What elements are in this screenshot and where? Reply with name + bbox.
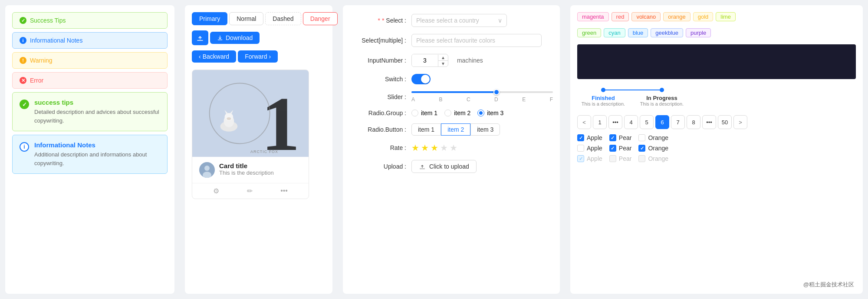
radio-item-3[interactable]: item 3 bbox=[477, 110, 503, 116]
settings-icon[interactable]: ⚙ bbox=[213, 187, 219, 195]
checkbox-box-pear-1: ✓ bbox=[609, 134, 616, 141]
checkbox-orange-2[interactable]: ✓ Orange bbox=[638, 145, 668, 152]
footer: @稻土掘金技术社区 bbox=[803, 281, 854, 289]
forward-label: Forward bbox=[245, 53, 267, 60]
select-multiple-label: Select[multiple] : bbox=[350, 37, 406, 44]
download-label: Download bbox=[226, 34, 253, 41]
page-ellipsis-2[interactable]: ••• bbox=[702, 115, 716, 129]
step-dot-finished bbox=[601, 88, 605, 92]
checkbox-box-apple-2 bbox=[577, 145, 584, 152]
slider-thumb[interactable] bbox=[493, 89, 500, 95]
forward-button[interactable]: Forward › bbox=[238, 50, 278, 63]
checkbox-row-2: Apple ✓ Pear ✓ Orange bbox=[577, 145, 856, 152]
alert-info-simple: i Informational Notes bbox=[12, 32, 168, 49]
rate-stars[interactable]: ★ ★ ★ ★ ★ bbox=[411, 143, 457, 153]
danger-button[interactable]: Danger bbox=[303, 12, 338, 25]
input-number[interactable]: 3 ▲ ▼ bbox=[411, 54, 448, 67]
page-4[interactable]: 4 bbox=[624, 115, 638, 129]
step-active-title: In Progress bbox=[640, 95, 684, 101]
checkbox-pear-1[interactable]: ✓ Pear bbox=[609, 134, 632, 141]
step-finished-title: Finished bbox=[582, 95, 625, 101]
alert-info-desc: Additional description and informations … bbox=[34, 150, 160, 167]
star-5[interactable]: ★ bbox=[450, 143, 457, 153]
edit-icon[interactable]: ✏ bbox=[247, 187, 253, 195]
tag-orange[interactable]: orange bbox=[663, 12, 690, 21]
step-active-desc: This is a description. bbox=[640, 101, 684, 106]
machines-label: machines bbox=[457, 57, 483, 64]
checkbox-box-orange-3 bbox=[638, 155, 645, 162]
dashed-button[interactable]: Dashed bbox=[265, 12, 301, 25]
checkbox-apple-2[interactable]: Apple bbox=[577, 145, 602, 152]
page-6[interactable]: 6 bbox=[655, 115, 669, 129]
check-mark-disabled: ✓ bbox=[579, 156, 583, 162]
tag-green[interactable]: green bbox=[577, 28, 601, 37]
star-3[interactable]: ★ bbox=[431, 143, 438, 153]
tag-purple[interactable]: purple bbox=[686, 28, 711, 37]
check-mark: ✓ bbox=[579, 135, 583, 141]
number-input[interactable]: 3 bbox=[412, 54, 438, 66]
chevron-down-icon: ∨ bbox=[498, 17, 502, 24]
checkbox-orange-1[interactable]: Orange bbox=[638, 134, 668, 141]
number-up[interactable]: ▲ bbox=[438, 55, 448, 60]
star-1[interactable]: ★ bbox=[411, 143, 419, 153]
radio-btn-2[interactable]: item 2 bbox=[441, 123, 470, 136]
card-avatar bbox=[199, 162, 215, 178]
page-50[interactable]: 50 bbox=[718, 115, 732, 129]
step-active-info: In Progress This is a description. bbox=[640, 95, 684, 106]
icon-button-row: Download bbox=[192, 30, 326, 45]
slider-track[interactable] bbox=[411, 91, 553, 93]
page-ellipsis-1[interactable]: ••• bbox=[608, 115, 622, 129]
switch-toggle[interactable] bbox=[411, 74, 431, 84]
input-number-label: InputNumber : bbox=[350, 57, 406, 64]
page-5[interactable]: 5 bbox=[640, 115, 654, 129]
tag-cyan[interactable]: cyan bbox=[604, 28, 625, 37]
select-country[interactable]: Please select a country ∨ bbox=[411, 14, 507, 27]
tag-lime[interactable]: lime bbox=[716, 12, 736, 21]
upload-label: Upload : bbox=[350, 163, 406, 170]
upload-row: Upload : Click to upload bbox=[350, 160, 553, 173]
alert-success-title: success tips bbox=[34, 99, 160, 106]
dark-area bbox=[577, 44, 856, 79]
radio-item-1[interactable]: item 1 bbox=[411, 110, 437, 116]
radio-btn-1[interactable]: item 1 bbox=[411, 123, 441, 136]
radio-item-2[interactable]: item 2 bbox=[444, 110, 470, 116]
page-1[interactable]: 1 bbox=[593, 115, 607, 129]
download-button[interactable]: Download bbox=[210, 32, 260, 44]
tag-volcano[interactable]: volcano bbox=[631, 12, 661, 21]
card-actions: ⚙ ✏ ••• bbox=[192, 183, 309, 199]
alert-success-label: Success Tips bbox=[30, 17, 66, 24]
tag-gold[interactable]: gold bbox=[693, 12, 713, 21]
upload-button[interactable]: Click to upload bbox=[411, 160, 477, 173]
page-8[interactable]: 8 bbox=[687, 115, 700, 129]
normal-button[interactable]: Normal bbox=[229, 12, 263, 25]
switch-thumb bbox=[421, 75, 430, 83]
step-finished-desc: This is a description. bbox=[582, 101, 625, 106]
page-next[interactable]: > bbox=[733, 115, 747, 129]
star-2[interactable]: ★ bbox=[421, 143, 429, 153]
tag-red[interactable]: red bbox=[612, 12, 629, 21]
radio-button-label: Radio.Button : bbox=[350, 126, 406, 133]
more-icon[interactable]: ••• bbox=[280, 187, 288, 195]
svg-text:ARCTIC FOX: ARCTIC FOX bbox=[250, 150, 278, 154]
upload-icon-button[interactable] bbox=[192, 30, 208, 45]
select-multiple[interactable]: Please select favourite colors bbox=[411, 34, 542, 47]
backward-button[interactable]: ‹ Backward bbox=[192, 50, 236, 63]
tag-magenta[interactable]: magenta bbox=[577, 12, 609, 21]
radio-button-group: item 1 item 2 item 3 bbox=[411, 123, 500, 136]
checkbox-pear-2[interactable]: ✓ Pear bbox=[609, 145, 632, 152]
page-prev[interactable]: < bbox=[577, 115, 591, 129]
select-multiple-placeholder: Please select favourite colors bbox=[416, 37, 495, 44]
footer-text: @稻土掘金技术社区 bbox=[803, 281, 854, 288]
radio-group: item 1 item 2 item 3 bbox=[411, 110, 503, 116]
tag-geekblue[interactable]: geekblue bbox=[651, 28, 683, 37]
page-7[interactable]: 7 bbox=[671, 115, 685, 129]
primary-button[interactable]: Primary bbox=[192, 12, 227, 25]
star-4[interactable]: ★ bbox=[440, 143, 448, 153]
checkbox-apple-1[interactable]: ✓ Apple bbox=[577, 134, 602, 141]
checkbox-label-apple-1: Apple bbox=[587, 134, 602, 141]
tag-blue[interactable]: blue bbox=[628, 28, 648, 37]
number-down[interactable]: ▼ bbox=[438, 60, 448, 66]
radio-btn-3[interactable]: item 3 bbox=[470, 123, 500, 136]
slider-label-a: A bbox=[411, 96, 415, 103]
alert-info-label: Informational Notes bbox=[30, 37, 82, 44]
